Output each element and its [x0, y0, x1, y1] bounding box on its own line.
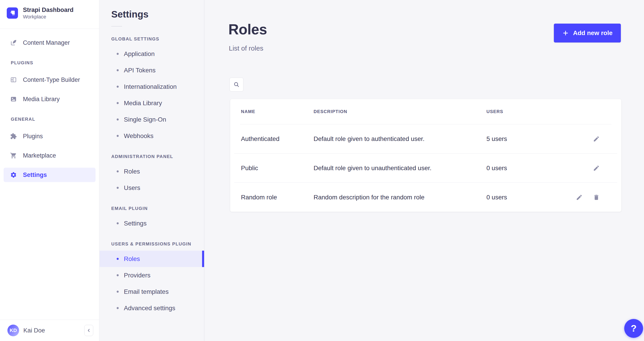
collapse-sidebar-button[interactable]: [84, 325, 93, 336]
role-name-cell: Authenticated: [241, 135, 314, 142]
row-actions: [563, 164, 610, 172]
plugins-icon: [10, 133, 17, 140]
subnav-item-application[interactable]: Application: [100, 46, 204, 62]
subnav-item-label: Advanced settings: [124, 304, 175, 312]
add-new-role-button[interactable]: Add new role: [554, 24, 621, 42]
subnav-item-email-templates[interactable]: Email templates: [100, 284, 204, 300]
bullet-icon: [117, 118, 119, 120]
role-users-cell: 0 users: [486, 194, 563, 201]
edit-role-button[interactable]: [592, 135, 600, 143]
media-library-icon: [10, 96, 17, 102]
subnav-item-label: Media Library: [124, 100, 162, 107]
subnav-item-media-library[interactable]: Media Library: [100, 95, 204, 111]
subnav-item-email-settings[interactable]: Settings: [100, 215, 204, 232]
column-header-name: NAME: [241, 109, 314, 114]
subnav-section-label: ADMINISTRATION PANEL: [100, 154, 204, 159]
edit-role-button[interactable]: [576, 194, 583, 201]
bullet-icon: [117, 86, 119, 88]
content-type-builder-icon: [10, 76, 17, 83]
main-sidebar: Strapi Dashboard Workplace Content Manag…: [0, 0, 99, 341]
delete-role-button[interactable]: [592, 194, 600, 201]
role-name-cell: Public: [241, 164, 314, 172]
strapi-logo-icon: [7, 8, 18, 19]
bullet-icon: [117, 53, 119, 55]
sidebar-item-label: Marketplace: [23, 152, 56, 159]
subnav-item-api-tokens[interactable]: API Tokens: [100, 62, 204, 78]
pencil-edit-icon: [593, 165, 600, 172]
subnav-item-label: Email templates: [124, 288, 168, 295]
subnav-section-label: EMAIL PLUGIN: [100, 206, 204, 211]
workspace-switcher[interactable]: Strapi Dashboard Workplace: [7, 6, 74, 20]
sidebar-user-footer: KD Kai Doe: [0, 320, 99, 341]
marketplace-cart-icon: [10, 152, 17, 159]
sidebar-item-media-library[interactable]: Media Library: [4, 92, 96, 106]
brand-subtitle: Workplace: [23, 14, 74, 20]
table-row-random-role[interactable]: Random role Random description for the r…: [230, 183, 621, 212]
table-row-authenticated[interactable]: Authenticated Default role given to auth…: [230, 124, 621, 153]
nav-section-general: GENERAL: [4, 117, 96, 122]
content-manager-icon: [10, 39, 17, 46]
sidebar-item-marketplace[interactable]: Marketplace: [4, 148, 96, 163]
chevron-left-icon: [86, 328, 91, 333]
roles-table-card: NAME DESCRIPTION USERS Authenticated Def…: [230, 99, 621, 212]
subnav-title: Settings: [111, 9, 204, 20]
subnav-item-label: Users: [124, 184, 140, 192]
subnav-item-up-roles[interactable]: Roles: [100, 251, 204, 267]
subnav-item-single-sign-on[interactable]: Single Sign-On: [100, 111, 204, 128]
trash-icon: [593, 194, 600, 201]
subnav-item-admin-roles[interactable]: Roles: [100, 163, 204, 180]
settings-gear-icon: [10, 172, 17, 178]
subnav-item-internationalization[interactable]: Internationalization: [100, 78, 204, 95]
subnav-item-providers[interactable]: Providers: [100, 267, 204, 284]
subnav-item-label: Single Sign-On: [124, 116, 166, 123]
sidebar-item-label: Plugins: [23, 133, 43, 140]
role-users-cell: 0 users: [486, 164, 563, 172]
pencil-edit-icon: [593, 136, 600, 142]
bullet-icon: [117, 222, 119, 224]
pencil-edit-icon: [576, 194, 583, 201]
subnav-item-admin-users[interactable]: Users: [100, 180, 204, 196]
subnav-section-global-settings: GLOBAL SETTINGS Application API Tokens I…: [100, 36, 204, 144]
subnav-item-webhooks[interactable]: Webhooks: [100, 128, 204, 144]
subnav-item-label: Internationalization: [124, 83, 177, 90]
search-icon: [233, 81, 240, 88]
role-description-cell: Default role given to unauthenticated us…: [314, 164, 486, 172]
add-new-role-label: Add new role: [573, 30, 612, 37]
nav-section-plugins: PLUGINS: [4, 60, 96, 66]
table-row-public[interactable]: Public Default role given to unauthentic…: [230, 154, 621, 182]
sidebar-item-label: Settings: [23, 172, 47, 178]
subnav-item-advanced-settings[interactable]: Advanced settings: [100, 300, 204, 316]
edit-role-button[interactable]: [592, 164, 600, 172]
table-header-row: NAME DESCRIPTION USERS: [230, 99, 621, 124]
subnav-item-label: Settings: [124, 220, 146, 227]
sidebar-item-settings[interactable]: Settings: [4, 168, 96, 182]
user-avatar: KD: [8, 324, 19, 336]
role-name-cell: Random role: [241, 194, 314, 201]
bullet-icon: [117, 258, 119, 260]
sidebar-item-plugins[interactable]: Plugins: [4, 129, 96, 144]
settings-subnav: Settings GLOBAL SETTINGS Application API…: [100, 0, 204, 341]
bullet-icon: [117, 274, 119, 276]
sidebar-item-content-type-builder[interactable]: Content-Type Builder: [4, 72, 96, 87]
subnav-section-users-permissions-plugin: USERS & PERMISSIONS PLUGIN Roles Provide…: [100, 242, 204, 316]
sidebar-item-content-manager[interactable]: Content Manager: [4, 36, 96, 50]
subnav-item-label: Providers: [124, 272, 150, 279]
column-header-users: USERS: [486, 109, 563, 114]
subnav-section-label: GLOBAL SETTINGS: [100, 36, 204, 42]
help-button[interactable]: ?: [624, 319, 643, 338]
subnav-item-label: API Tokens: [124, 67, 156, 74]
subnav-item-label: Webhooks: [124, 132, 154, 140]
subnav-item-label: Roles: [124, 255, 140, 262]
role-description-cell: Random description for the random role: [314, 194, 486, 201]
plus-icon: [562, 30, 569, 36]
brand-title: Strapi Dashboard: [23, 6, 74, 14]
search-button[interactable]: [230, 78, 244, 92]
subnav-section-administration-panel: ADMINISTRATION PANEL Roles Users: [100, 154, 204, 196]
sidebar-divider: [0, 28, 99, 29]
subnav-title-divider: [111, 26, 122, 26]
bullet-icon: [117, 170, 119, 172]
user-name: Kai Doe: [24, 327, 45, 334]
role-users-cell: 5 users: [486, 135, 563, 142]
row-actions: [563, 194, 610, 201]
bullet-icon: [117, 69, 119, 71]
